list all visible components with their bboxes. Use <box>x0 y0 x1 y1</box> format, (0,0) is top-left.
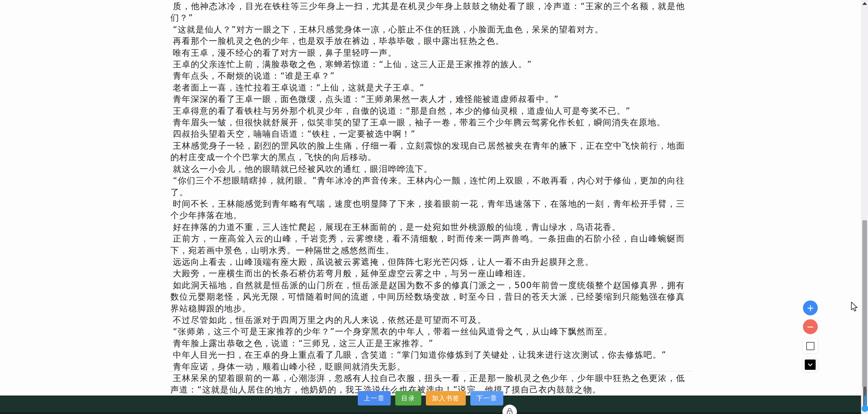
content-divider <box>168 371 691 372</box>
paragraph: 老者面上一喜，连忙拉着王卓说道：“上仙，这就是犬子王卓。” <box>170 82 685 94</box>
paragraph: 远远向上看去，山峰顶端有座大殿，虽说被云雾遮掩，但阵阵七彩光芒闪烁，让人一看不由… <box>170 256 685 268</box>
paragraph: 不过尽管如此，恒岳派对于四周万里之内的凡人来说，依然还是可望而不可及。 <box>170 314 685 326</box>
square-outline-icon <box>806 342 814 350</box>
lock-icon <box>506 407 513 414</box>
paragraph: 王卓得意的看了看铁柱与另外那个机灵少年，自傲的说道：“那是自然，本少的修仙灵根，… <box>170 105 685 117</box>
paragraph: 青年点头，不耐烦的说道：“谁是王卓？” <box>170 70 685 82</box>
scrollbar-up-arrow[interactable] <box>862 2 867 5</box>
paragraph: 青年深深的看了王卓一眼，面色微缓，点头道：“王师弟果然一表人才，难怪能被道虚师叔… <box>170 94 685 105</box>
add-bookmark-button[interactable]: 加入书签 <box>426 391 466 406</box>
next-chapter-button[interactable]: 下一章 <box>470 391 503 406</box>
paragraph: 中年人目光一扫，在王卓的身上重点看了几眼，含笑道：“掌门知道你修炼到了关键处，让… <box>170 349 685 361</box>
paragraph: 质，他神态冰冷，目光在铁柱等三少年身上一扫，尤其是在机灵少年身上鼓鼓之物处看了眼… <box>170 1 685 24</box>
paragraph: 四叔抬头望着天空，喃喃自语道：“铁柱，一定要被选中啊！” <box>170 128 685 140</box>
paragraph: 大殿旁，一座横生而出的长条石桥仿若弯月般，延伸至虚空云雾之中，与另一座山峰相连。 <box>170 268 685 279</box>
paragraph: “张师弟，这三个可是王家推荐的少年？”一个身穿黑衣的中年人，带着一丝仙风道骨之气… <box>170 326 685 338</box>
thermometer-indicator[interactable] <box>861 386 868 414</box>
scrollbar-thumb[interactable] <box>862 220 867 387</box>
paragraph: 好在摔落的力道不重，三人连忙爬起，展现在王林面前的，是一处宛如世外桃源般的仙境，… <box>170 222 685 233</box>
paragraph: 就这么一小会儿，他的眼睛就已经被风吹的通红，眼泪哗哗流下。 <box>170 163 685 175</box>
chapter-text: 质，他神态冰冷，目光在铁柱等三少年身上一扫，尤其是在机灵少年身上鼓鼓之物处看了眼… <box>170 1 685 396</box>
paragraph: 如此洞天福地，自然就是恒岳派的山门所在，恒岳派是赵国为数不多的修真门派之一，50… <box>170 280 685 314</box>
prev-chapter-button[interactable]: 上一章 <box>358 391 391 406</box>
reading-mode-button[interactable] <box>802 338 818 353</box>
paragraph: “你们三个不想眼睛瞎掉，就闭眼。”青年冰冷的声音传来。王林内心一颤，连忙闭上双眼… <box>170 175 685 198</box>
paragraph: 时间不长，王林能感觉到青年略有气喘，速度也明显降了下来，接着眼前一花，青年迅速落… <box>170 198 685 222</box>
paragraph: 王卓的父亲连忙上前，满脸恭敬之色，寒蝉若惊道：“上仙，这三人正是王家推荐的族人。… <box>170 59 685 70</box>
paragraph: 王林感觉身子一轻，剧烈的罡风吹的脸上生痛，仔细一看，立刻震惊的发现自己居然被夹在… <box>170 140 685 163</box>
paragraph: “这就是仙人？”对方一眼之下，王林只感觉身体一凉，心脏止不住的狂跳，小脸面无血色… <box>170 24 685 35</box>
paragraph: 青年脸上露出恭敬之色，说道：“三师兄，这三人正是王家推荐。” <box>170 338 685 349</box>
toc-button[interactable]: 目录 <box>395 391 421 406</box>
mouse-cursor <box>850 301 859 314</box>
paragraph: 青年眉头一皱，但很快就舒展开，似笑非笑的望了王卓一眼，袖子一卷，带着三个少年腾云… <box>170 117 685 128</box>
novel-reader-page: 质，他神态冰冷，目光在铁柱等三少年身上一扫，尤其是在机灵少年身上鼓鼓之物处看了眼… <box>0 0 868 414</box>
paragraph: 唯有王卓，漫不经心的看了对方一眼，鼻子里轻哼一声。 <box>170 47 685 59</box>
footer-bottom-strip <box>0 412 861 414</box>
font-decrease-button[interactable]: − <box>803 319 818 334</box>
chapter-nav: 上一章 目录 加入书签 下一章 <box>0 391 861 406</box>
paragraph: 正前方，一座高耸入云的山峰，千岩竞秀，云雾缭绕，看不清细貌，时而传来一两声兽鸣。… <box>170 233 685 256</box>
thermometer-bulb <box>862 405 868 412</box>
chevron-down-icon <box>805 359 816 370</box>
collapse-toolbar-button[interactable] <box>802 357 818 372</box>
font-increase-button[interactable]: + <box>803 300 818 315</box>
paragraph: 再看那个一脸机灵之色的少年，也是双手放在裤边，毕恭毕敬，眼中露出狂热之色。 <box>170 35 685 47</box>
